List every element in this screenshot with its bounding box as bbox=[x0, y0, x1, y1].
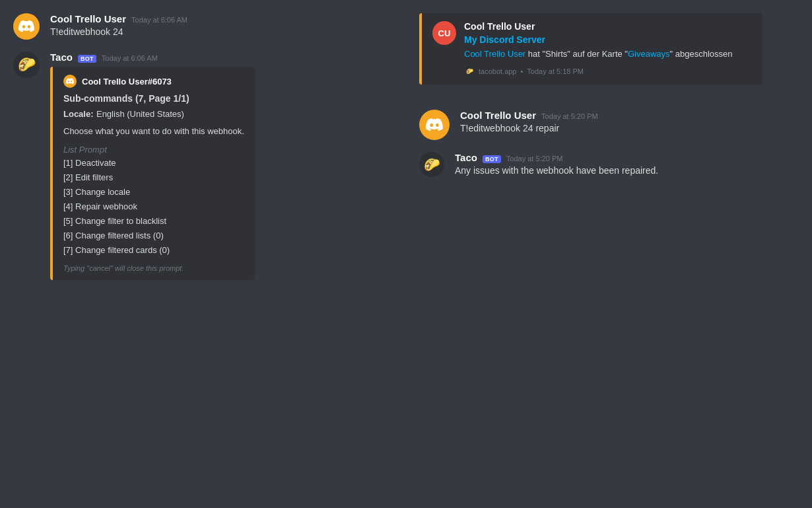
username-right-2: Taco bbox=[455, 152, 477, 163]
notification-server: My Discord Server bbox=[464, 34, 752, 45]
notification-text: Cool Trello User hat "Shirts" auf der Ka… bbox=[464, 48, 752, 61]
notification-text-user: Cool Trello User bbox=[464, 49, 525, 59]
list-item-2: [2] Edit filters bbox=[63, 170, 244, 185]
message-content-right-1: Cool Trello User Today at 5:20 PM T!edit… bbox=[460, 110, 598, 135]
embed-author: Cool Trello User#6073 bbox=[63, 75, 244, 88]
username-1: Cool Trello User bbox=[50, 13, 126, 24]
timestamp-right-1: Today at 5:20 PM bbox=[541, 112, 598, 120]
avatar-taco-1: 🌮 bbox=[13, 52, 40, 78]
embed-1: Cool Trello User#6073 Sub-commands (7, P… bbox=[50, 67, 255, 280]
username-2: Taco bbox=[50, 52, 73, 63]
notification-embed: CU Cool Trello User My Discord Server Co… bbox=[419, 13, 762, 85]
footer-timestamp: Today at 5:18 PM bbox=[527, 67, 584, 75]
list-item-5: [5] Change filter to blacklist bbox=[63, 214, 244, 229]
timestamp-1: Today at 6:06 AM bbox=[131, 16, 187, 24]
notification-username: Cool Trello User bbox=[464, 21, 752, 32]
notification-body: Cool Trello User My Discord Server Cool … bbox=[464, 21, 752, 77]
embed-author-name: Cool Trello User#6073 bbox=[82, 77, 172, 87]
timestamp-right-2: Today at 5:20 PM bbox=[506, 155, 563, 163]
embed-field-value: English (United States) bbox=[96, 109, 184, 119]
message-header-1: Cool Trello User Today at 6:06 AM bbox=[50, 13, 187, 24]
notification-avatar: CU bbox=[432, 21, 456, 45]
embed-author-icon bbox=[63, 75, 77, 88]
notification-text-link: Giveaways bbox=[628, 49, 670, 59]
notification-text-suffix: " abgeschlossen bbox=[670, 49, 733, 59]
footer-text: tacobot.app bbox=[479, 67, 517, 75]
list-item-6: [6] Change filtered lists (0) bbox=[63, 229, 244, 243]
embed-field-name: Locale: bbox=[63, 109, 94, 119]
message-row-1: Cool Trello User Today at 6:06 AM T!edit… bbox=[13, 13, 393, 40]
message-text-1: T!editwebhook 24 bbox=[50, 26, 187, 39]
bot-badge-1: BOT bbox=[78, 55, 96, 63]
message-row-right-2: 🌮 Taco BOT Today at 5:20 PM Any issues w… bbox=[419, 152, 799, 178]
embed-list: [1] Deactivate [2] Edit filters [3] Chan… bbox=[63, 156, 244, 258]
message-row-2: 🌮 Taco BOT Today at 6:06 AM bbox=[13, 52, 393, 280]
list-item-7: [7] Change filtered cards (0) bbox=[63, 243, 244, 258]
avatar-taco-right: 🌮 bbox=[419, 152, 444, 177]
message-content-2: Taco BOT Today at 6:06 AM Cool Trello Us… bbox=[50, 52, 255, 280]
embed-description: Choose what you want to do with this web… bbox=[63, 125, 244, 138]
message-content-1: Cool Trello User Today at 6:06 AM T!edit… bbox=[50, 13, 187, 39]
message-text-right-1: T!editwebhook 24 repair bbox=[460, 122, 598, 135]
message-text-right-2: Any issues with the webhook have been re… bbox=[455, 164, 658, 178]
list-item-4: [4] Repair webhook bbox=[63, 200, 244, 214]
embed-title: Sub-commands (7, Page 1/1) bbox=[63, 93, 244, 104]
username-right-1: Cool Trello User bbox=[460, 110, 536, 121]
embed-cancel-note: Typing "cancel" will close this prompt. bbox=[63, 264, 244, 272]
footer-separator: • bbox=[521, 67, 524, 75]
message-row-right-1: Cool Trello User Today at 5:20 PM T!edit… bbox=[419, 110, 799, 140]
list-item-1: [1] Deactivate bbox=[63, 156, 244, 170]
message-header-right-2: Taco BOT Today at 5:20 PM bbox=[455, 152, 658, 163]
avatar-cool-trello-user-1 bbox=[13, 13, 40, 40]
list-item-3: [3] Change locale bbox=[63, 185, 244, 200]
footer-taco-icon: 🌮 bbox=[464, 66, 475, 77]
timestamp-2: Today at 6:06 AM bbox=[102, 54, 158, 62]
message-header-2: Taco BOT Today at 6:06 AM bbox=[50, 52, 255, 63]
bot-badge-right: BOT bbox=[483, 155, 501, 163]
notification-footer: 🌮 tacobot.app • Today at 5:18 PM bbox=[464, 66, 752, 77]
avatar-cool-trello-user-right bbox=[419, 110, 450, 140]
notification-text-middle: hat "Shirts" auf der Karte " bbox=[525, 49, 628, 59]
embed-list-prompt: List Prompt bbox=[63, 145, 244, 155]
message-header-right-1: Cool Trello User Today at 5:20 PM bbox=[460, 110, 598, 121]
message-content-right-2: Taco BOT Today at 5:20 PM Any issues wit… bbox=[455, 152, 658, 178]
